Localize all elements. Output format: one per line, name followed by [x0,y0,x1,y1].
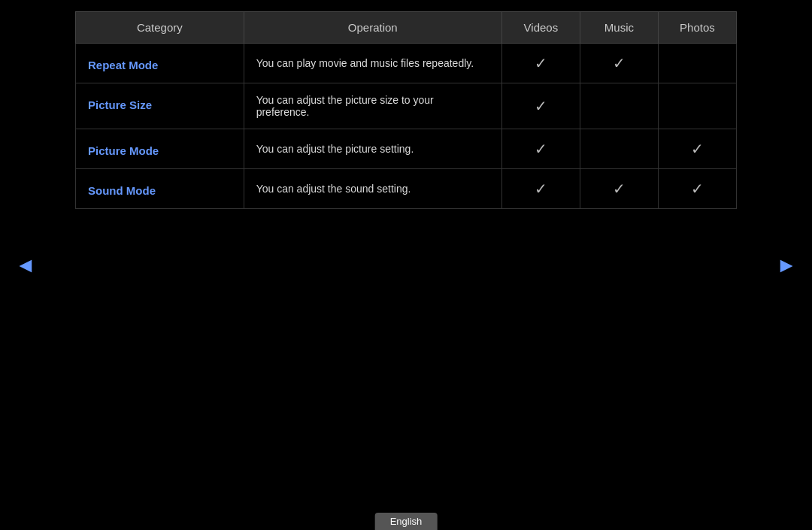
operation-cell-1: You can adjust the picture size to your … [244,83,501,129]
col-header-videos: Videos [501,12,580,44]
checkmark-icon: ✓ [691,180,704,197]
photos-check-2: ✓ [658,129,736,169]
checkmark-icon: ✓ [613,180,626,197]
operation-cell-3: You can adjust the sound setting. [244,169,501,209]
checkmark-icon: ✓ [535,98,547,114]
category-cell-0: Repeat Mode [76,44,244,83]
checkmark-icon: ✓ [613,55,626,71]
photos-check-3: ✓ [658,169,736,209]
videos-check-2: ✓ [501,129,580,169]
language-label: English [375,513,438,530]
nav-right-arrow[interactable]: ► [776,253,797,277]
operation-cell-0: You can play movie and music files repea… [244,44,501,83]
col-header-photos: Photos [658,12,736,44]
col-header-music: Music [580,12,658,44]
main-table-container: Category Operation Videos Music Photos R… [75,11,737,209]
table-row: Picture SizeYou can adjust the picture s… [76,83,737,129]
checkmark-icon: ✓ [691,141,704,157]
category-cell-3: Sound Mode [76,169,244,209]
photos-check-0 [658,44,736,83]
col-header-operation: Operation [244,12,501,44]
table-row: Repeat ModeYou can play movie and music … [76,44,737,83]
table-row: Picture ModeYou can adjust the picture s… [76,129,737,169]
music-check-0: ✓ [580,44,658,83]
category-cell-1: Picture Size [76,83,244,129]
videos-check-3: ✓ [501,169,580,209]
checkmark-icon: ✓ [535,141,547,157]
photos-check-1 [658,83,736,129]
music-check-2 [580,129,658,169]
table-row: Sound ModeYou can adjust the sound setti… [76,169,737,209]
category-cell-2: Picture Mode [76,129,244,169]
operation-cell-2: You can adjust the picture setting. [244,129,501,169]
feature-table: Category Operation Videos Music Photos R… [75,11,737,209]
checkmark-icon: ✓ [535,55,547,71]
videos-check-1: ✓ [501,83,580,129]
table-header-row: Category Operation Videos Music Photos [76,12,737,44]
videos-check-0: ✓ [501,44,580,83]
col-header-category: Category [76,12,244,44]
music-check-3: ✓ [580,169,658,209]
music-check-1 [580,83,658,129]
nav-left-arrow[interactable]: ◄ [15,253,36,277]
checkmark-icon: ✓ [535,180,547,197]
